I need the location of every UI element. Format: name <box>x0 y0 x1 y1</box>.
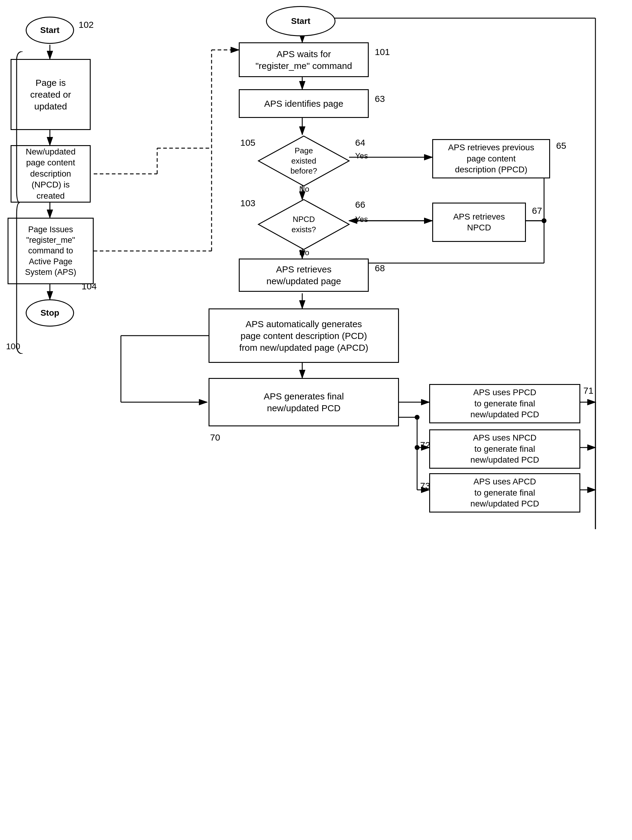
start2-oval: Start <box>266 6 336 36</box>
yes-label-npcd-exists: Yes <box>355 215 368 224</box>
ref-71: 71 <box>583 385 593 396</box>
svg-point-48 <box>415 445 419 450</box>
diamond-page-existed: Page existed before? <box>257 134 351 188</box>
ref-66: 66 <box>355 200 365 210</box>
stop-oval: Stop <box>26 299 74 327</box>
box-aps-auto-generates: APS automatically generates page content… <box>208 308 399 363</box>
no-label-npcd-exists: No <box>299 248 309 257</box>
box-ppcd: APS retrieves previous page content desc… <box>432 139 550 178</box>
flowchart-diagram: Start 102 Page is created or updated New… <box>0 0 632 840</box>
box-aps-final-pcd: APS generates final new/updated PCD <box>208 378 399 426</box>
ref-67: 67 <box>532 205 542 216</box>
ref-64: 64 <box>355 137 365 148</box>
box-aps-identifies: APS identifies page <box>239 89 369 118</box>
box-uses-apcd: APS uses APCD to generate final new/upda… <box>429 473 580 513</box>
ref-73: 73 <box>420 481 430 491</box>
yes-label-page-existed: Yes <box>355 151 368 161</box>
ref-72: 72 <box>420 440 430 450</box>
ref-65: 65 <box>556 141 566 151</box>
svg-point-46 <box>542 218 547 223</box>
ref-70: 70 <box>210 433 220 443</box>
ref-102: 102 <box>79 20 94 30</box>
ref-105: 105 <box>240 137 255 148</box>
box-uses-ppcd: APS uses PPCD to generate final new/upda… <box>429 384 580 423</box>
start1-oval: Start <box>26 17 74 44</box>
diamond-npcd-exists: NPCD exists? <box>257 198 351 251</box>
ref-68: 68 <box>375 263 385 273</box>
box-uses-npcd: APS uses NPCD to generate final new/upda… <box>429 429 580 469</box>
ref-103: 103 <box>240 198 255 208</box>
box-aps-waits: APS waits for "register_me" command <box>239 42 369 77</box>
no-label-page-existed: No <box>299 185 309 194</box>
box-aps-retrieves-page: APS retrieves new/updated page <box>239 259 369 292</box>
ref-63: 63 <box>375 94 385 104</box>
svg-point-47 <box>415 415 419 420</box>
box-aps-retrieves-npcd: APS retrieves NPCD <box>432 202 526 242</box>
brace-svg <box>15 51 24 354</box>
ref-101: 101 <box>375 47 390 57</box>
ref-104: 104 <box>82 281 97 292</box>
